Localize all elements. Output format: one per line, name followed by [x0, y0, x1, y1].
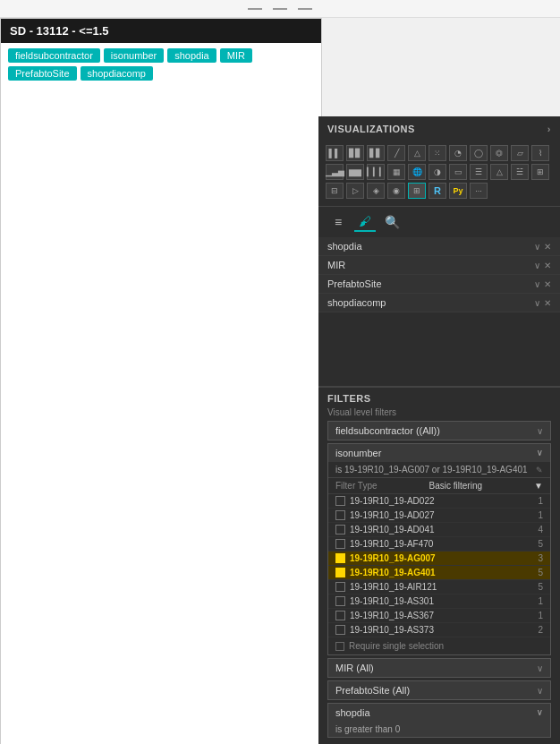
tag-isonumber: isonumber — [104, 48, 164, 63]
cluster-col-icon[interactable]: ▎▎▎ — [367, 164, 385, 180]
bar-chart-icon[interactable]: ▌▌ — [326, 145, 344, 161]
field-row-shopdia[interactable]: shopdia ∨ ✕ — [318, 237, 560, 256]
filter-MIR-expand-icon[interactable]: ∨ — [537, 663, 543, 673]
field-expand-shopdiacomp[interactable]: ∨ — [534, 298, 540, 308]
filter-list-item-4[interactable]: 19-19R10_19-AG0073 — [328, 552, 550, 566]
filter-list-item-1[interactable]: 19-19R10_19-AD0271 — [328, 509, 550, 523]
card-icon[interactable]: ▭ — [449, 164, 467, 180]
matrix-icon[interactable]: ⊟ — [326, 183, 344, 199]
kpi-icon[interactable]: △ — [490, 164, 508, 180]
require-single-label: Require single selection — [349, 641, 444, 651]
filled-map-icon[interactable]: ◈ — [367, 183, 385, 199]
field-remove-shopdia[interactable]: ✕ — [544, 242, 551, 252]
map-icon[interactable]: 🌐 — [408, 164, 426, 180]
filter-item-checkbox-3[interactable] — [335, 539, 345, 549]
filter-item-count-2: 4 — [530, 525, 543, 534]
filter-item-count-6: 5 — [530, 582, 543, 592]
report-area: SD - 13112 - <=1.5 fieldsubcontractor is… — [0, 18, 322, 744]
waterfall-icon[interactable]: ⏥ — [511, 145, 529, 161]
r-visual-icon[interactable]: R — [428, 183, 446, 199]
filter-shopdia-header[interactable]: shopdia ∧ — [328, 704, 550, 722]
filter-list-item-8[interactable]: 19-19R10_19-AS3671 — [328, 609, 550, 623]
filter-item-checkbox-6[interactable] — [335, 582, 345, 592]
viz-icon-row-3: ⊟ ▷ ◈ ◉ ⊞ R Py ··· — [326, 183, 553, 199]
filter-list-item-9[interactable]: 19-19R10_19-AS3732 — [328, 623, 550, 637]
filter-item-label-4: 19-19R10_19-AG007 — [350, 553, 530, 563]
filter-item-checkbox-4[interactable] — [335, 553, 345, 563]
field-row-PrefabtoSite[interactable]: PrefabtoSite ∨ ✕ — [318, 275, 560, 294]
field-remove-shopdiacomp[interactable]: ✕ — [544, 298, 551, 308]
stacked-bar-icon[interactable]: ▊▊ — [346, 145, 364, 161]
filter-list-item-3[interactable]: 19-19R10_19-AF4705 — [328, 537, 550, 552]
filter-item-checkbox-9[interactable] — [335, 625, 345, 635]
format-tab-icon[interactable]: 🖌 — [354, 212, 376, 232]
viz-panel-expand-icon[interactable]: › — [547, 124, 551, 134]
area-chart-icon[interactable]: △ — [408, 145, 426, 161]
filter-isonumber-header[interactable]: isonumber ∧ — [328, 444, 550, 462]
viz-panel-title: VISUALIZATIONS — [327, 124, 415, 134]
filter-list-item-7[interactable]: 19-19R10_19-AS3011 — [328, 594, 550, 609]
treemap-icon[interactable]: ▦ — [387, 164, 405, 180]
pie-chart-icon[interactable]: ◔ — [449, 145, 467, 161]
field-row-shopdiacomp[interactable]: shopdiacomp ∨ ✕ — [318, 294, 560, 312]
filter-fieldsubcontractor-expand-icon[interactable]: ∨ — [537, 426, 543, 436]
funnel-icon[interactable]: ⏣ — [490, 145, 508, 161]
field-remove-PrefabtoSite[interactable]: ✕ — [544, 279, 551, 289]
field-expand-shopdia[interactable]: ∨ — [534, 242, 540, 252]
filter-list-item-6[interactable]: 19-19R10_19-AIR1215 — [328, 580, 550, 594]
filter-PrefabtoSite[interactable]: PrefabtoSite (All) ∨ — [327, 680, 551, 700]
filter-shopdia-expanded: shopdia ∧ is greater than 0 — [327, 703, 551, 738]
donut-icon[interactable]: ◯ — [470, 145, 488, 161]
filter-item-count-8: 1 — [530, 611, 543, 620]
stacked-col-icon[interactable]: ▆▆ — [346, 164, 364, 180]
cluster-bar-icon[interactable]: ▋▋ — [367, 145, 385, 161]
tag-fieldsubcontractor: fieldsubcontractor — [8, 48, 100, 63]
field-remove-MIR[interactable]: ✕ — [544, 261, 551, 270]
filter-item-label-1: 19-19R10_19-AD027 — [350, 510, 530, 520]
field-name-shopdiacomp: shopdiacomp — [327, 297, 386, 308]
filter-isonumber-collapse-icon[interactable]: ∧ — [537, 449, 543, 458]
field-actions-MIR: ∨ ✕ — [534, 261, 551, 270]
table-visual-icon[interactable]: ⊞ — [408, 183, 426, 199]
filter-PrefabtoSite-expand-icon[interactable]: ∨ — [537, 686, 543, 696]
filter-items-list: 19-19R10_19-AD022119-19R10_19-AD027119-1… — [328, 494, 550, 637]
filter-list-item-0[interactable]: 19-19R10_19-AD0221 — [328, 494, 550, 509]
table-icon[interactable]: ⊞ — [531, 164, 549, 180]
require-single-row: Require single selection — [328, 637, 550, 654]
slicer-icon[interactable]: ☱ — [511, 164, 529, 180]
fields-tab-icon[interactable]: ≡ — [327, 212, 349, 232]
viz-icon-row-1: ▌▌ ▊▊ ▋▋ ╱ △ ⁙ ◔ ◯ ⏣ ⏥ ⌇ — [326, 145, 553, 161]
filter-shopdia-collapse-icon[interactable]: ∧ — [537, 708, 543, 718]
filter-item-label-5: 19-19R10_19-AG401 — [350, 568, 530, 577]
gauge-icon[interactable]: ◑ — [428, 164, 446, 180]
multi-row-icon[interactable]: ☰ — [470, 164, 488, 180]
analytics-tab-icon[interactable]: 🔍 — [381, 212, 403, 232]
filter-type-dropdown-icon[interactable]: ▼ — [534, 481, 543, 491]
field-row-MIR[interactable]: MIR ∨ ✕ — [318, 256, 560, 275]
filter-item-count-0: 1 — [530, 496, 543, 506]
filter-isonumber-name: isonumber — [335, 448, 381, 458]
filter-fieldsubcontractor[interactable]: fieldsubcontractor ((All)) ∨ — [327, 421, 551, 440]
col-chart-icon[interactable]: ▁▃▅ — [326, 164, 344, 180]
filter-item-checkbox-8[interactable] — [335, 611, 345, 620]
filter-item-checkbox-7[interactable] — [335, 596, 345, 606]
ribbon-icon[interactable]: ⌇ — [531, 145, 549, 161]
line-chart-icon[interactable]: ╱ — [387, 145, 405, 161]
require-single-checkbox[interactable] — [335, 642, 344, 651]
filter-isonumber-edit-icon[interactable]: ✎ — [536, 466, 543, 475]
field-expand-PrefabtoSite[interactable]: ∨ — [534, 279, 540, 289]
scatter-icon[interactable]: ⁙ — [428, 145, 446, 161]
filter-list-item-2[interactable]: 19-19R10_19-AD0414 — [328, 523, 550, 537]
filter-item-checkbox-5[interactable] — [335, 568, 345, 577]
azure-map-icon[interactable]: ◉ — [387, 183, 405, 199]
field-expand-MIR[interactable]: ∨ — [534, 261, 540, 270]
more-visuals-icon[interactable]: ··· — [470, 183, 488, 199]
shape-icon[interactable]: ▷ — [346, 183, 364, 199]
filter-MIR[interactable]: MIR (All) ∨ — [327, 658, 551, 678]
filter-item-checkbox-1[interactable] — [335, 510, 345, 520]
filter-item-checkbox-0[interactable] — [335, 496, 345, 506]
filter-list-item-5[interactable]: 19-19R10_19-AG4015 — [328, 566, 550, 580]
filter-item-count-7: 1 — [530, 596, 543, 606]
python-visual-icon[interactable]: Py — [449, 183, 467, 199]
filter-item-checkbox-2[interactable] — [335, 525, 345, 534]
